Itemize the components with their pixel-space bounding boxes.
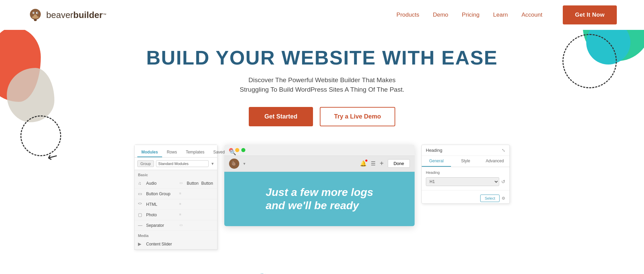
button-group-icon: ▭: [138, 191, 143, 197]
done-button[interactable]: Done: [388, 159, 410, 168]
logo-icon: [27, 7, 43, 23]
module-content-slider-label: Content Slider: [146, 242, 172, 246]
heading-separator: [422, 190, 509, 190]
html-icon: <>: [138, 202, 143, 207]
svg-point-8: [30, 15, 34, 17]
heading-panel: Heading ⤡ General Style Advanced Heading…: [421, 145, 510, 204]
nav-link-demo[interactable]: Demo: [433, 12, 448, 18]
tab-saved[interactable]: Saved: [209, 148, 229, 157]
module-row-html: <> HTML ≡: [135, 199, 217, 210]
logo-trademark: ™: [103, 12, 106, 16]
hero-subtitle-line2: Struggling To Build WordPress Sites A Th…: [240, 86, 404, 93]
section-basic: Basic: [135, 170, 217, 178]
select-gear-icon[interactable]: ⚙: [502, 196, 505, 201]
nav-link-pricing[interactable]: Pricing: [462, 12, 480, 18]
screenshots-area: Modules Rows Templates Saved 🔍 Group Sta…: [0, 145, 644, 257]
module-drag5[interactable]: ▭: [176, 220, 217, 231]
nav-item-demo[interactable]: Demo: [433, 12, 448, 18]
module-row-content-slider: ▶ Content Slider: [135, 239, 217, 250]
filter-group-label: Group: [137, 160, 154, 167]
module-photo-label: Photo: [146, 213, 157, 217]
svg-point-4: [34, 13, 35, 14]
svg-point-9: [37, 15, 40, 17]
module-row-photo: ▢ Photo ≡: [135, 210, 217, 220]
hero-subtitle: Discover The Powerful Website Builder Th…: [7, 75, 637, 95]
hero-buttons: Get Started Try a Live Demo: [7, 107, 637, 126]
heading-tabs: General Style Advanced: [422, 156, 509, 167]
module-photo[interactable]: ▢ Photo: [135, 210, 176, 220]
browser-bar: [224, 145, 415, 156]
logo-text-normal: beaver: [46, 10, 73, 20]
content-line2: and we'll be ready: [266, 199, 359, 212]
nav-links: Products Demo Pricing Learn Account: [397, 12, 542, 18]
section-media: Media: [135, 231, 217, 239]
add-icon[interactable]: +: [380, 160, 384, 167]
nav-link-products[interactable]: Products: [397, 12, 419, 18]
module-content-slider[interactable]: ▶ Content Slider: [135, 239, 217, 250]
tab-templates[interactable]: Templates: [182, 148, 209, 157]
select-button[interactable]: Select: [480, 195, 500, 202]
filter-select[interactable]: Standard Modules: [156, 160, 209, 167]
modules-panel: Modules Rows Templates Saved 🔍 Group Sta…: [134, 145, 217, 250]
filter-chevron-icon: ▼: [211, 162, 214, 166]
module-html-label: HTML: [146, 202, 157, 207]
logo-text-bold: builder: [73, 10, 103, 20]
module-drag3[interactable]: ≡: [176, 199, 217, 210]
svg-point-6: [34, 15, 37, 16]
module-drag4[interactable]: ≡: [176, 210, 217, 220]
module-row-buttongroup: ▭ Button Group ≡: [135, 189, 217, 199]
logo-text: beaverbuilder™: [46, 10, 106, 20]
heading-select[interactable]: H1 H2 H3: [426, 177, 499, 186]
drag-icon-3: ≡: [179, 202, 184, 207]
module-button[interactable]: ▭ Button Button: [176, 178, 217, 189]
module-row-audio-button: ♫ Audio ▭ Button Button: [135, 178, 217, 189]
heading-field-row: H1 H2 H3 ↺: [422, 176, 509, 187]
photo-icon: ▢: [138, 212, 143, 218]
nav-item-account[interactable]: Account: [522, 12, 542, 18]
nav-item-pricing[interactable]: Pricing: [462, 12, 480, 18]
module-button-group[interactable]: ▭ Button Group: [135, 189, 176, 199]
module-separator[interactable]: — Separator: [135, 220, 176, 231]
hero-section: BUILD YOUR WEBSITE WITH EASE Discover Th…: [0, 30, 644, 136]
hero-title: BUILD YOUR WEBSITE WITH EASE: [7, 47, 637, 69]
tab-modules[interactable]: Modules: [137, 148, 162, 157]
module-html[interactable]: <> HTML: [135, 199, 176, 210]
nav-item-products[interactable]: Products: [397, 12, 419, 18]
module-audio-label: Audio: [146, 181, 157, 186]
nav-link-account[interactable]: Account: [522, 12, 542, 18]
dot-maximize[interactable]: [241, 148, 245, 152]
nav-link-learn[interactable]: Learn: [493, 12, 508, 18]
browser-mockup: 🦫 ▾ 🔔 ☰ + Done Just a few more logs and …: [224, 145, 415, 226]
heading-tab-style[interactable]: Style: [451, 156, 480, 167]
toolbar-chevron-icon[interactable]: ▾: [243, 161, 245, 166]
heading-title-label: Heading: [426, 148, 442, 153]
get-it-now-button[interactable]: Get It Now: [563, 5, 617, 24]
notification-dot: [365, 160, 367, 162]
hero-subtitle-line1: Discover The Powerful Website Builder Th…: [248, 76, 396, 84]
nav-item-learn[interactable]: Learn: [493, 12, 508, 18]
module-row-separator: — Separator ▭: [135, 220, 217, 231]
heading-tab-general[interactable]: General: [422, 156, 451, 167]
bell-icon[interactable]: 🔔: [360, 160, 367, 167]
heading-close-icon[interactable]: ⤡: [502, 148, 505, 153]
module-audio[interactable]: ♫ Audio: [135, 178, 176, 189]
module-drag2[interactable]: ≡: [176, 189, 217, 199]
heading-tab-advanced[interactable]: Advanced: [480, 156, 509, 167]
main-nav: beaverbuilder™ Products Demo Pricing Lea…: [0, 0, 644, 30]
try-demo-button[interactable]: Try a Live Demo: [320, 107, 395, 126]
tab-rows[interactable]: Rows: [163, 148, 181, 157]
menu-icon[interactable]: ☰: [371, 160, 376, 167]
svg-point-5: [37, 13, 38, 14]
separator-icon: —: [138, 223, 143, 228]
content-slider-icon: ▶: [138, 241, 143, 247]
search-icon[interactable]: 🔍: [229, 149, 236, 156]
module-button-group-label: Button Group: [146, 191, 170, 196]
refresh-icon[interactable]: ↺: [501, 179, 505, 184]
heading-field-label: Heading: [422, 167, 509, 176]
drag-icon: ▭: [179, 181, 184, 186]
logo[interactable]: beaverbuilder™: [27, 7, 106, 23]
get-started-button[interactable]: Get Started: [249, 107, 313, 126]
module-button-label: Button: [187, 181, 199, 186]
browser-content-text: Just a few more logs and we'll be ready: [266, 186, 373, 212]
module-button-text: Button: [201, 181, 213, 186]
